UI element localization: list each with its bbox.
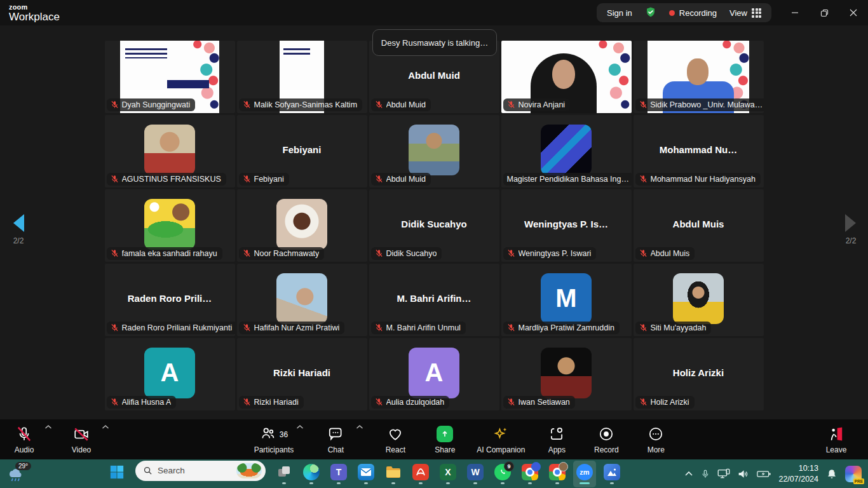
participant-tile[interactable]: famala eka sanhadi rahayu xyxy=(105,189,235,262)
participants-label: Participants xyxy=(254,445,294,454)
participant-tile[interactable]: Noor Rachmawaty xyxy=(237,189,367,262)
mic-muted-icon xyxy=(243,323,251,332)
participant-name-label: Siti Mu'ayyadah xyxy=(635,322,712,334)
participant-tile[interactable]: AAlifia Husna A xyxy=(105,338,235,410)
participant-tile[interactable]: AGUSTINUS FRANSISKUS xyxy=(105,115,235,187)
participant-tile[interactable]: Didik SucahyoDidik Sucahyo xyxy=(369,189,499,262)
participant-tile[interactable]: Abdul Muid xyxy=(369,115,499,187)
file-explorer-icon xyxy=(385,464,402,480)
leave-button[interactable]: Leave xyxy=(818,421,854,459)
taskbar-app-file-explorer[interactable] xyxy=(382,461,405,487)
whatsapp-icon: 9 xyxy=(494,464,511,480)
participant-tile[interactable]: Malik Sofyan-Sanimas Kaltim xyxy=(237,41,367,113)
taskbar-app-chrome-profile2[interactable] xyxy=(546,461,569,487)
more-button[interactable]: More xyxy=(638,421,674,459)
audio-button[interactable]: Audio xyxy=(6,421,42,459)
titlebar-controls: Sign in Recording View xyxy=(597,3,771,22)
taskbar-app-word[interactable]: W xyxy=(464,461,487,487)
notifications-bell-icon[interactable]: z xyxy=(826,468,837,480)
recording-indicator: Recording xyxy=(669,8,717,18)
taskbar-app-photos[interactable] xyxy=(600,461,623,487)
taskbar-app-excel[interactable]: X xyxy=(437,461,459,487)
taskbar-app-whatsapp[interactable]: 9 xyxy=(491,461,514,487)
share-screen-icon xyxy=(437,426,453,442)
tray-display-icon[interactable] xyxy=(717,468,730,479)
taskbar-app-zoom[interactable]: zm xyxy=(573,461,596,487)
participant-avatar: A xyxy=(144,348,195,398)
participant-name-label: Abdul Muid xyxy=(371,173,431,186)
participant-name-label: Didik Sucahyo xyxy=(371,247,442,260)
participant-center-name: Didik Sucahyo xyxy=(373,219,496,229)
tray-battery-icon[interactable] xyxy=(757,470,771,478)
chrome-profile1-avatar xyxy=(531,462,541,471)
participant-tile[interactable]: Mohammad Nu…Mohammad Nur Hadiyansyah xyxy=(634,115,764,187)
mail-icon xyxy=(358,464,374,480)
chat-label: Chat xyxy=(328,445,344,454)
participant-name-label: Raden Roro Priliani Rukmiyanti xyxy=(107,322,235,334)
next-page-arrow-icon[interactable] xyxy=(844,214,858,233)
copilot-icon[interactable]: PRE xyxy=(845,466,862,482)
view-button[interactable]: View xyxy=(729,8,761,18)
taskbar-app-edge[interactable] xyxy=(300,461,323,487)
participant-tile[interactable]: Holiz ArizkiHoliz Arizki xyxy=(634,338,764,410)
mic-muted-icon xyxy=(639,398,648,406)
heart-icon xyxy=(387,424,403,444)
minimize-button[interactable] xyxy=(780,0,810,25)
mic-muted-icon xyxy=(639,175,648,183)
word-icon: W xyxy=(467,464,484,480)
taskbar-app-desktop[interactable] xyxy=(273,461,295,487)
mic-muted-icon xyxy=(375,323,383,332)
video-button[interactable]: Video xyxy=(64,421,99,459)
chat-options-chevron-icon[interactable] xyxy=(356,424,363,430)
zoom-app-icon: zm xyxy=(576,464,593,480)
search-input[interactable]: Search xyxy=(135,461,266,481)
participant-tile[interactable]: Magister Pendidikan Bahasa Ing… xyxy=(501,115,632,187)
taskbar-clock[interactable]: 10:13 22/07/2024 xyxy=(778,463,818,484)
participant-tile[interactable]: M. Bahri Arifin…M. Bahri Arifin Unmul xyxy=(369,264,499,336)
video-options-chevron-icon[interactable] xyxy=(102,424,109,430)
apps-button[interactable]: Apps xyxy=(539,421,574,459)
previous-page-arrow-icon[interactable] xyxy=(11,214,25,233)
mic-muted-icon xyxy=(375,175,383,183)
participant-name-label: Dyah Sunggingwati xyxy=(107,98,196,111)
taskbar-app-mail[interactable] xyxy=(355,461,377,487)
close-button[interactable] xyxy=(839,0,868,25)
participant-tile[interactable]: Weningtyas P. Is…Weningtyas P. Iswari xyxy=(501,189,632,262)
taskbar-app-teams[interactable]: T xyxy=(327,461,350,487)
audio-options-chevron-icon[interactable] xyxy=(44,424,52,430)
recording-dot-icon xyxy=(669,10,675,16)
restore-button[interactable] xyxy=(810,0,839,25)
participant-tile[interactable]: Sidik Prabowo _Univ. Mulawar… xyxy=(634,41,764,113)
record-button[interactable]: Record xyxy=(588,421,624,459)
hidden-icons-chevron-icon[interactable] xyxy=(684,471,693,477)
participant-tile[interactable]: Novira Anjani xyxy=(501,41,632,113)
taskbar-app-acrobat[interactable] xyxy=(409,461,432,487)
participant-tile[interactable]: AAulia dzulqoidah xyxy=(369,338,499,410)
share-button[interactable]: Share xyxy=(427,421,463,459)
participants-button[interactable]: 36 Participants xyxy=(254,421,294,459)
taskbar-app-chrome-profile1[interactable] xyxy=(519,461,541,487)
mic-muted-icon xyxy=(243,100,251,109)
sign-in-button[interactable]: Sign in xyxy=(607,8,632,18)
start-button[interactable] xyxy=(105,461,128,487)
tray-volume-icon[interactable] xyxy=(738,469,749,479)
participant-tile[interactable]: Raden Roro Prili…Raden Roro Priliani Ruk… xyxy=(105,264,235,336)
participant-tile[interactable]: Siti Mu'ayyadah xyxy=(634,264,764,336)
participant-tile[interactable]: Hafifah Nur Azmi Pratiwi xyxy=(237,264,367,336)
participant-tile[interactable]: Dyah Sunggingwati xyxy=(105,41,235,113)
participant-tile[interactable]: Abdul MuisAbdul Muis xyxy=(634,189,764,262)
chat-button[interactable]: Chat xyxy=(318,421,353,459)
participant-avatar xyxy=(276,273,327,324)
weather-widget[interactable]: 29° xyxy=(6,462,34,486)
tray-microphone-icon[interactable] xyxy=(701,468,710,480)
participants-icon xyxy=(260,425,276,444)
participants-options-chevron-icon[interactable] xyxy=(296,424,304,430)
participant-tile[interactable]: Rizki HariadiRizki Hariadi xyxy=(237,338,367,410)
camera-muted-icon xyxy=(73,424,90,444)
security-shield-icon[interactable] xyxy=(645,6,656,20)
participant-tile[interactable]: Iwan Setiawan xyxy=(501,338,632,410)
ai-companion-button[interactable]: AI Companion xyxy=(477,421,525,459)
participant-tile[interactable]: MMardliya Pratiwi Zamruddin xyxy=(501,264,632,336)
react-button[interactable]: React xyxy=(377,421,413,459)
participant-tile[interactable]: FebiyaniFebiyani xyxy=(237,115,367,187)
